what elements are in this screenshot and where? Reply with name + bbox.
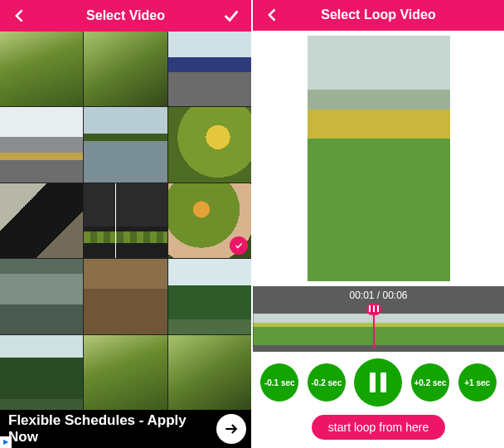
scrubber[interactable] — [253, 305, 504, 352]
video-thumbnail[interactable] — [84, 259, 167, 334]
video-thumbnail[interactable] — [168, 32, 251, 106]
ad-text: Flexible Schedules - Apply Now — [3, 412, 216, 446]
seek-back-0-2-button[interactable]: -0.2 sec — [308, 363, 346, 402]
video-thumbnail[interactable] — [84, 183, 167, 258]
screen-select-video: Select Video Flexible — [0, 0, 251, 448]
page-title: Select Loop Video — [284, 7, 472, 22]
back-button[interactable] — [261, 3, 284, 27]
arrow-right-icon — [223, 421, 240, 437]
pause-icon — [370, 373, 386, 392]
chevron-left-icon — [264, 7, 281, 23]
video-thumbnail[interactable] — [0, 183, 83, 258]
playhead[interactable] — [373, 307, 375, 348]
video-thumbnail[interactable] — [0, 107, 83, 182]
svg-marker-0 — [3, 440, 8, 446]
page-title: Select Video — [32, 8, 220, 23]
header: Select Loop Video — [253, 0, 504, 31]
video-thumbnail[interactable] — [84, 32, 167, 106]
chevron-left-icon — [12, 7, 28, 24]
back-button[interactable] — [8, 4, 32, 27]
video-thumbnail[interactable] — [84, 335, 167, 410]
video-thumbnail[interactable] — [84, 107, 167, 182]
ad-cta-button[interactable] — [216, 414, 246, 444]
video-thumbnail[interactable] — [0, 335, 83, 410]
video-thumbnail[interactable] — [0, 32, 83, 106]
video-preview[interactable] — [308, 36, 450, 281]
seek-controls: -0.1 sec -0.2 sec +0.2 sec +1 sec — [253, 352, 504, 410]
video-preview-area — [253, 31, 504, 281]
video-thumbnail-selected[interactable] — [168, 183, 251, 258]
confirm-button[interactable] — [220, 4, 243, 27]
start-loop-row: start loop from here — [253, 410, 504, 448]
seek-forward-0-2-button[interactable]: +0.2 sec — [411, 363, 449, 402]
time-display: 00:01 / 00:06 — [253, 286, 504, 305]
ad-banner[interactable]: Flexible Schedules - Apply Now — [0, 410, 251, 448]
check-icon — [222, 7, 240, 25]
video-thumbnail[interactable] — [168, 107, 251, 182]
video-thumbnail[interactable] — [0, 259, 83, 334]
start-loop-button[interactable]: start loop from here — [312, 415, 445, 440]
scrubber-track[interactable] — [253, 314, 504, 345]
video-thumbnail[interactable] — [168, 259, 251, 334]
video-grid — [0, 32, 251, 410]
seek-back-0-1-button[interactable]: -0.1 sec — [260, 363, 298, 402]
pause-button[interactable] — [354, 358, 402, 407]
seek-forward-1-button[interactable]: +1 sec — [458, 363, 497, 402]
adchoices-icon[interactable] — [0, 436, 12, 448]
video-thumbnail[interactable] — [168, 335, 251, 410]
screen-select-loop-video: Select Loop Video 00:01 / 00:06 -0.1 sec… — [253, 0, 504, 448]
header: Select Video — [0, 0, 251, 32]
